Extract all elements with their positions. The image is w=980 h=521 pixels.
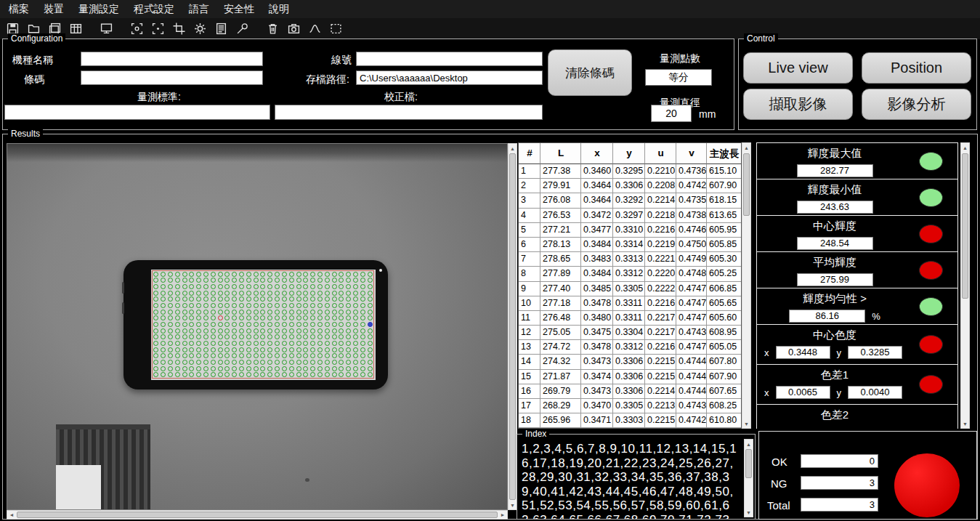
table-row[interactable]: 10277.180.34780.33110.22160.4747605.65 bbox=[519, 296, 741, 311]
menu-item-4[interactable]: 程式設定 bbox=[126, 1, 182, 18]
table-cell: 0.2215 bbox=[645, 355, 676, 369]
measure-point bbox=[189, 315, 194, 320]
measure-point bbox=[296, 334, 301, 339]
table-row[interactable]: 7278.650.34830.33130.22210.4749605.30 bbox=[519, 252, 741, 267]
measure-point bbox=[317, 272, 323, 277]
capture-image-button[interactable]: 擷取影像 bbox=[743, 89, 853, 120]
scroll-left-arrow-icon[interactable]: ◄ bbox=[7, 511, 16, 519]
measure-point bbox=[175, 315, 180, 320]
calibration-file-label: 校正檔: bbox=[384, 91, 418, 104]
scrollbar-thumb[interactable] bbox=[745, 449, 752, 478]
monitor-icon[interactable] bbox=[98, 21, 114, 37]
scrollbar-thumb[interactable] bbox=[962, 153, 968, 299]
table-vertical-scrollbar[interactable]: ▲ ▼ bbox=[742, 142, 751, 429]
barcode-input[interactable] bbox=[81, 70, 263, 85]
wrench-icon[interactable] bbox=[234, 21, 250, 37]
control-group-title: Control bbox=[744, 33, 778, 44]
table-cell: 265.96 bbox=[540, 413, 581, 428]
measurements-vertical-scrollbar[interactable]: ▲ ▼ bbox=[960, 142, 970, 429]
index-vertical-scrollbar[interactable]: ▲ ▼ bbox=[744, 439, 753, 517]
measure-point bbox=[289, 322, 294, 327]
measure-point bbox=[224, 328, 230, 334]
measure-point bbox=[360, 353, 365, 358]
scroll-up-arrow-icon[interactable]: ▲ bbox=[745, 440, 753, 448]
list-icon[interactable] bbox=[213, 21, 229, 37]
menu-item-7[interactable]: 說明 bbox=[262, 1, 296, 18]
table-row[interactable]: 9277.400.34850.33050.22220.4747606.85 bbox=[519, 282, 741, 296]
measure-point bbox=[346, 360, 351, 365]
table-icon[interactable] bbox=[68, 21, 84, 37]
save-path-input[interactable] bbox=[356, 70, 543, 85]
table-cell: 613.65 bbox=[707, 209, 742, 223]
measure-diameter-input[interactable] bbox=[651, 105, 692, 122]
measure-point bbox=[360, 366, 365, 371]
equal-division-button[interactable]: 等分 bbox=[645, 69, 712, 86]
scroll-down-arrow-icon[interactable]: ▼ bbox=[961, 419, 969, 428]
scrollbar-thumb[interactable] bbox=[743, 153, 750, 216]
position-button[interactable]: Position bbox=[862, 52, 971, 84]
table-row[interactable]: 5277.210.34770.33100.22160.4746605.95 bbox=[519, 223, 741, 238]
scrollbar-thumb[interactable] bbox=[17, 512, 498, 518]
menu-item-1[interactable]: 檔案 bbox=[1, 1, 36, 18]
menu-item-6[interactable]: 安全性 bbox=[216, 1, 262, 18]
table-row[interactable]: 14274.320.34730.33060.22150.4744607.80 bbox=[519, 355, 741, 369]
scroll-up-arrow-icon[interactable]: ▲ bbox=[961, 143, 969, 152]
live-view-button[interactable]: Live view bbox=[743, 52, 853, 84]
focus-icon[interactable] bbox=[129, 21, 145, 37]
measure-point bbox=[182, 347, 187, 352]
measure-point bbox=[232, 278, 237, 283]
scroll-up-arrow-icon[interactable]: ▲ bbox=[509, 144, 517, 153]
model-name-input[interactable] bbox=[81, 52, 263, 66]
measure-point bbox=[182, 360, 187, 365]
scrollbar-thumb[interactable] bbox=[509, 153, 516, 500]
table-row[interactable]: 18265.960.34710.33030.22150.4742610.80 bbox=[519, 413, 741, 428]
scroll-right-arrow-icon[interactable]: ► bbox=[498, 511, 507, 519]
table-row[interactable]: 1277.380.34600.32950.22100.4736615.10 bbox=[519, 164, 741, 179]
measure-point bbox=[218, 278, 223, 283]
table-row[interactable]: 17268.290.34700.33050.22130.4743608.25 bbox=[519, 399, 741, 413]
scroll-up-arrow-icon[interactable]: ▲ bbox=[742, 143, 750, 152]
menu-item-5[interactable]: 語言 bbox=[182, 1, 216, 18]
menu-item-3[interactable]: 量測設定 bbox=[71, 1, 126, 18]
camera-horizontal-scrollbar[interactable]: ◄ ► bbox=[7, 510, 508, 520]
table-row[interactable]: 8277.890.34840.33120.22200.4748605.25 bbox=[519, 267, 741, 281]
measure-point bbox=[232, 360, 237, 365]
delete-icon[interactable] bbox=[264, 21, 280, 37]
table-row[interactable]: 11276.480.34800.33110.22170.4747605.60 bbox=[519, 311, 741, 326]
measure-point bbox=[282, 322, 287, 327]
scroll-down-arrow-icon[interactable]: ▼ bbox=[745, 508, 753, 517]
camera-icon[interactable] bbox=[286, 21, 301, 37]
table-row[interactable]: 16269.790.34730.33060.22140.4744607.65 bbox=[519, 384, 741, 399]
table-row[interactable]: 2279.910.34640.33060.22080.4742607.90 bbox=[519, 179, 741, 193]
table-row[interactable]: 13274.720.34780.33120.22160.4747605.05 bbox=[519, 340, 741, 355]
table-row[interactable]: 12275.050.34750.33040.22170.4743608.95 bbox=[519, 326, 741, 340]
measure-point bbox=[275, 322, 280, 327]
image-analysis-button[interactable]: 影像分析 bbox=[862, 89, 971, 120]
measure-point bbox=[317, 296, 323, 302]
crop-icon[interactable] bbox=[171, 21, 187, 37]
frame-icon[interactable] bbox=[328, 21, 344, 37]
table-row[interactable]: 6278.130.34840.33140.22190.4750605.85 bbox=[519, 238, 741, 252]
measure-point bbox=[360, 334, 365, 339]
measure-point bbox=[303, 360, 308, 365]
table-row[interactable]: 15271.870.34740.33060.22150.4744607.90 bbox=[519, 370, 741, 384]
calibration-file-input[interactable] bbox=[275, 105, 543, 120]
measure-standard-input[interactable] bbox=[4, 105, 270, 120]
table-cell: 0.3471 bbox=[581, 413, 613, 428]
scroll-down-arrow-icon[interactable]: ▼ bbox=[509, 501, 517, 509]
measure-point bbox=[368, 341, 373, 346]
gear-icon[interactable] bbox=[192, 21, 208, 37]
menu-item-2[interactable]: 裝置 bbox=[36, 1, 71, 18]
table-row[interactable]: 3276.080.34640.32920.22140.4735618.15 bbox=[519, 193, 741, 208]
measure-point bbox=[332, 315, 337, 320]
measure-point bbox=[224, 322, 230, 327]
scroll-down-arrow-icon[interactable]: ▼ bbox=[742, 419, 750, 428]
curve-icon[interactable] bbox=[307, 21, 323, 37]
clear-barcode-button[interactable]: 清除條碼 bbox=[548, 49, 632, 96]
table-row[interactable]: 4276.530.34720.32970.22180.4738613.65 bbox=[519, 209, 741, 223]
line-no-input[interactable] bbox=[356, 52, 543, 66]
measure-point bbox=[275, 328, 280, 334]
measure-point bbox=[168, 328, 173, 334]
selection-icon[interactable] bbox=[150, 21, 166, 37]
measure-point bbox=[339, 347, 344, 352]
